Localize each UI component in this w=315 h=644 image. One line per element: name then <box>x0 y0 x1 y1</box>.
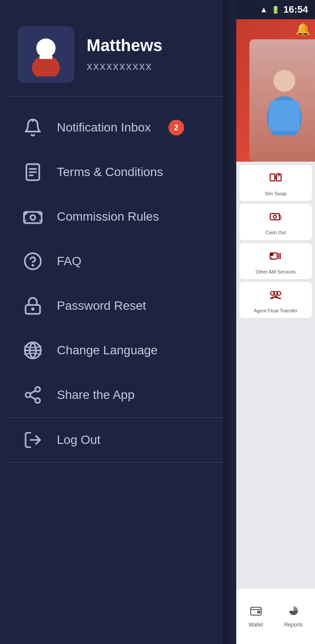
password-reset-label: Password Reset <box>57 299 146 313</box>
services-icon <box>269 249 283 266</box>
menu-list: Notification Inbox 2 Terms & Conditions <box>0 97 236 644</box>
bottom-navigation: Wallet Reports <box>236 588 315 644</box>
commission-rules-label: Commission Rules <box>57 210 159 224</box>
change-language-label: Change Language <box>57 343 158 357</box>
other-am-services-card[interactable]: Other AM Services <box>239 242 312 280</box>
money-icon <box>22 206 44 228</box>
right-panel: ▲ 🔋 16:54 🔔 <box>236 0 315 644</box>
menu-item-faq[interactable]: FAQ <box>0 239 236 284</box>
document-icon <box>22 161 44 183</box>
banner-area: 🔔 <box>236 0 315 162</box>
language-icon <box>22 339 44 361</box>
wallet-icon <box>250 605 262 620</box>
services-list: Sim Swap Cash Out Other AM Services <box>236 164 315 319</box>
status-bar: ▲ 🔋 16:54 <box>236 0 315 19</box>
svg-line-33 <box>30 396 36 399</box>
agent-float-transfer-card[interactable]: Agent Float Transfer <box>239 281 312 319</box>
promo-image <box>249 39 315 162</box>
terms-conditions-label: Terms & Conditions <box>57 165 163 179</box>
svg-point-6 <box>273 215 276 218</box>
user-info: Matthews xxxxxxxxxx <box>87 36 162 73</box>
transfer-icon <box>269 288 283 305</box>
battery-icon: 🔋 <box>271 6 280 14</box>
cash-out-card[interactable]: Cash Out <box>239 203 312 240</box>
svg-rect-5 <box>270 214 280 220</box>
logout-label: Log Out <box>57 433 101 447</box>
sim-swap-label: Sim Swap <box>265 190 287 197</box>
menu-item-terms-conditions[interactable]: Terms & Conditions <box>0 150 236 194</box>
wallet-nav-item[interactable]: Wallet <box>248 605 263 628</box>
menu-item-notification-inbox[interactable]: Notification Inbox 2 <box>0 105 236 150</box>
logout-icon <box>22 429 44 451</box>
cashout-icon <box>269 210 283 227</box>
svg-rect-13 <box>258 611 260 613</box>
notification-bell-icon[interactable]: 🔔 <box>295 22 311 36</box>
reports-nav-item[interactable]: Reports <box>284 605 303 628</box>
bell-icon <box>22 117 44 138</box>
svg-point-14 <box>36 38 56 58</box>
svg-point-0 <box>273 70 295 92</box>
svg-point-8 <box>270 253 273 255</box>
svg-point-23 <box>31 215 35 220</box>
notification-inbox-label: Notification Inbox <box>57 121 151 135</box>
notification-badge: 2 <box>168 120 184 135</box>
svg-line-34 <box>30 391 36 394</box>
user-profile-section: Matthews xxxxxxxxxx <box>0 0 236 96</box>
svg-rect-16 <box>39 55 52 59</box>
avatar <box>18 26 74 83</box>
user-phone: xxxxxxxxxx <box>87 59 162 73</box>
sim-swap-card[interactable]: Sim Swap <box>239 164 312 201</box>
svg-point-27 <box>32 308 34 310</box>
status-time: 16:54 <box>284 4 308 15</box>
menu-item-change-language[interactable]: Change Language <box>0 328 236 373</box>
faq-label: FAQ <box>57 254 81 268</box>
other-am-services-label: Other AM Services <box>256 269 296 275</box>
simswap-icon <box>269 171 283 188</box>
question-icon <box>22 250 44 272</box>
user-name: Matthews <box>87 36 162 55</box>
bottom-divider <box>9 462 228 463</box>
svg-rect-3 <box>270 174 275 181</box>
menu-item-commission-rules[interactable]: Commission Rules <box>0 194 236 239</box>
cash-out-label: Cash Out <box>266 229 286 235</box>
share-app-label: Share the App <box>57 388 134 402</box>
lock-icon <box>22 295 44 317</box>
drawer-shadow <box>223 0 236 644</box>
menu-item-share-app[interactable]: Share the App <box>0 373 236 417</box>
wallet-nav-label: Wallet <box>248 622 263 628</box>
agent-float-transfer-label: Agent Float Transfer <box>254 308 298 314</box>
reports-nav-label: Reports <box>284 622 303 628</box>
drawer-panel: Matthews xxxxxxxxxx Notification Inbox 2 <box>0 0 236 644</box>
svg-rect-2 <box>269 100 300 131</box>
signal-icon: ▲ <box>260 5 268 14</box>
menu-item-password-reset[interactable]: Password Reset <box>0 284 236 328</box>
reports-icon <box>287 605 300 620</box>
share-icon <box>22 384 44 406</box>
menu-item-logout[interactable]: Log Out <box>0 418 236 462</box>
